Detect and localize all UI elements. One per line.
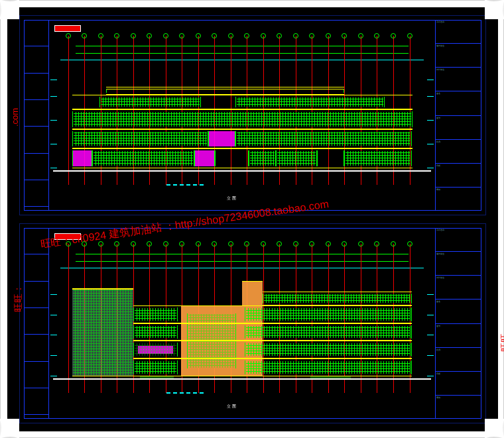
view-title: 立面 [227, 195, 237, 201]
frame-corner-icon [485, 0, 504, 19]
tb-row: 日期 [436, 164, 481, 188]
tb-row: 比例 [436, 140, 481, 164]
revision-strip [24, 20, 49, 211]
section-marker [166, 392, 206, 394]
building-elevation-a [72, 87, 412, 168]
view-title: 立面 [227, 404, 237, 410]
watermark-right: 旺旺 [499, 333, 504, 352]
title-block: 工程名称 建设单位 设计单位 图名 图号 比例 日期 审核 [435, 20, 481, 211]
tb-row: 工程名称 [436, 20, 481, 44]
frame-corner-icon [485, 419, 504, 438]
tb-row: 图名 [436, 91, 481, 115]
watermark-left: 旺旺： [13, 284, 25, 312]
tb-row: 图号 [436, 116, 481, 140]
tb-row: 设计单位 [436, 68, 481, 91]
drawing-sheet-bottom: 工程名称 建设单位 设计单位 图名 图号 比例 日期 审核 [19, 223, 486, 423]
image-frame: 工程名称 建设单位 设计单位 图名 图号 比例 日期 审核 /*placehol… [0, 0, 504, 438]
title-block: 工程名称 建设单位 设计单位 图名 图号 比例 日期 审核 [435, 228, 481, 419]
tb-row: 图号 [436, 324, 481, 348]
tb-row: 建设单位 [436, 252, 481, 276]
elevation-drawing-bottom: 立面 [53, 244, 431, 413]
ground-line [53, 170, 431, 172]
tb-row: 审核 [436, 188, 481, 211]
tb-row: 比例 [436, 348, 481, 372]
drawing-sheet-top: 工程名称 建设单位 设计单位 图名 图号 比例 日期 审核 /*placehol… [19, 15, 486, 215]
elevation-drawing-top: /*placeholder*/ [53, 36, 431, 205]
ground-line [53, 378, 431, 380]
watermark-corner: .com [10, 108, 20, 127]
tb-row: 工程名称 [436, 228, 481, 252]
revision-strip [24, 228, 49, 419]
building-elevation-b [72, 288, 412, 376]
stamp-badge [54, 25, 81, 32]
section-marker [166, 184, 206, 186]
tb-row: 建设单位 [436, 44, 481, 68]
tb-row: 图名 [436, 300, 481, 323]
tb-row: 审核 [436, 396, 481, 419]
frame-corner-icon [0, 0, 19, 19]
tb-row: 日期 [436, 372, 481, 396]
frame-corner-icon [0, 419, 19, 438]
tb-row: 设计单位 [436, 276, 481, 300]
cad-canvas: 工程名称 建设单位 设计单位 图名 图号 比例 日期 审核 /*placehol… [7, 7, 498, 431]
